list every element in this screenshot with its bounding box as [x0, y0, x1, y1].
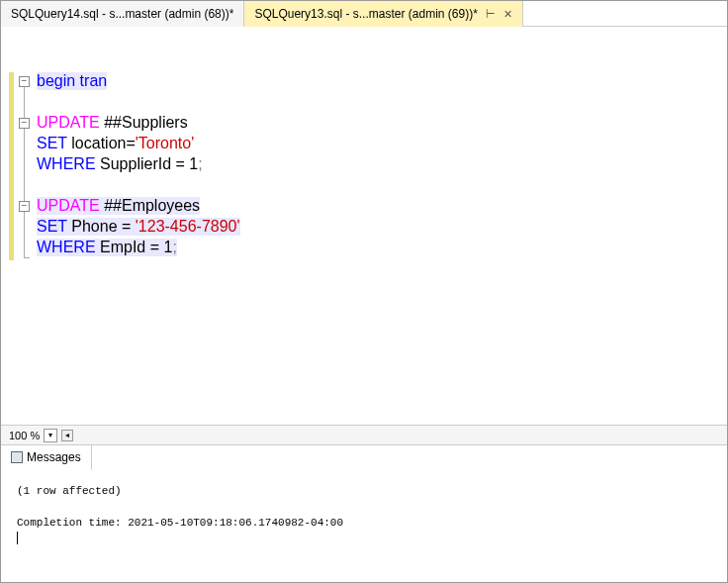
- zoom-dropdown-icon[interactable]: ▾: [44, 429, 57, 442]
- code-editor[interactable]: − − − begin tran UPDATE ##Suppliers SET …: [1, 27, 727, 425]
- outline-line: [24, 87, 25, 257]
- tab-bar: SQLQuery14.sql - s...master (admin (68))…: [1, 1, 727, 27]
- messages-tab-label: Messages: [27, 450, 81, 464]
- tab-label: SQLQuery13.sql - s...master (admin (69))…: [254, 7, 477, 21]
- code-line[interactable]: SET Phone = '123-456-7890': [37, 218, 727, 239]
- keyword: UPDATE: [37, 197, 100, 214]
- identifier: location=: [67, 135, 136, 151]
- results-tab-bar: Messages: [1, 444, 727, 470]
- scroll-left-icon[interactable]: ◂: [61, 430, 73, 441]
- identifier: ##Employees: [100, 197, 200, 214]
- code-line[interactable]: UPDATE ##Suppliers: [37, 114, 727, 135]
- string-literal: '123-456-7890': [136, 218, 240, 235]
- identifier: Phone =: [67, 218, 136, 235]
- collapse-icon[interactable]: −: [19, 201, 30, 212]
- keyword: SET: [37, 218, 67, 235]
- keyword: WHERE: [37, 239, 96, 255]
- expression: SupplierId = 1: [96, 155, 199, 172]
- code-line[interactable]: WHERE SupplierId = 1;: [37, 155, 727, 176]
- outline-end: [24, 257, 30, 258]
- zoom-value: 100 %: [5, 430, 44, 441]
- code-line[interactable]: WHERE EmpId = 1;: [37, 239, 727, 259]
- tab-sqlquery13[interactable]: SQLQuery13.sql - s...master (admin (69))…: [244, 1, 522, 27]
- code-line[interactable]: SET location='Toronto': [37, 135, 727, 155]
- keyword: begin: [37, 72, 75, 89]
- close-icon[interactable]: ✕: [503, 8, 512, 21]
- punctuation: ;: [172, 239, 176, 255]
- messages-icon: [11, 451, 23, 463]
- messages-tab[interactable]: Messages: [1, 445, 92, 470]
- code-line[interactable]: UPDATE ##Employees: [37, 197, 727, 218]
- gutter: − − −: [1, 27, 33, 425]
- collapse-icon[interactable]: −: [19, 118, 30, 129]
- keyword: UPDATE: [37, 114, 100, 131]
- keyword: WHERE: [37, 155, 96, 172]
- punctuation: ;: [198, 155, 202, 172]
- text-cursor: [17, 532, 18, 544]
- keyword: SET: [37, 135, 67, 151]
- messages-pane[interactable]: (1 row affected) Completion time: 2021-0…: [1, 470, 727, 583]
- tab-label: SQLQuery14.sql - s...master (admin (68))…: [11, 7, 233, 21]
- string-literal: 'Toronto': [136, 135, 194, 151]
- pin-icon[interactable]: ⊢: [486, 8, 496, 21]
- tab-sqlquery14[interactable]: SQLQuery14.sql - s...master (admin (68))…: [1, 1, 244, 27]
- change-indicator: [9, 72, 14, 260]
- rows-affected-text: (1 row affected): [17, 482, 711, 500]
- code-line[interactable]: begin tran: [37, 72, 727, 93]
- zoom-bar: 100 % ▾ ◂: [1, 425, 727, 444]
- keyword: tran: [75, 72, 107, 89]
- completion-time-text: Completion time: 2021-05-10T09:18:06.174…: [17, 514, 711, 532]
- identifier: ##Suppliers: [100, 114, 188, 131]
- code-line[interactable]: [37, 176, 727, 197]
- code-line[interactable]: [37, 93, 727, 114]
- collapse-icon[interactable]: −: [19, 76, 30, 87]
- expression: EmpId = 1: [96, 239, 173, 255]
